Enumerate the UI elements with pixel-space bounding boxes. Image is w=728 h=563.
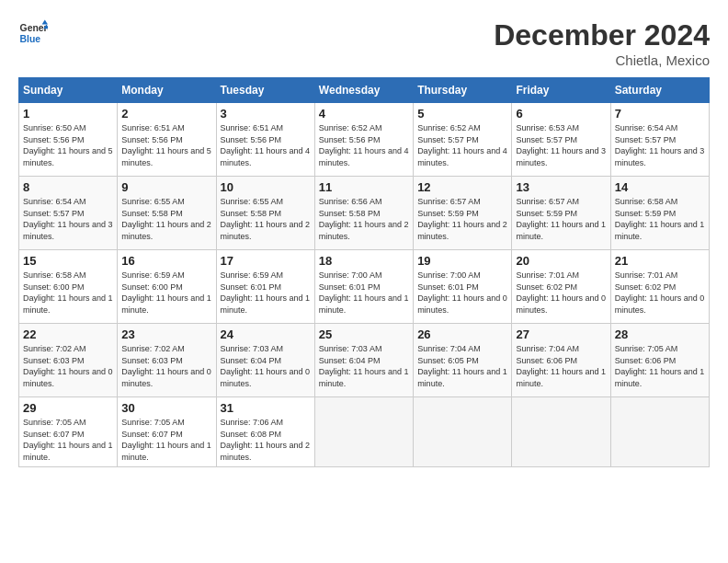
table-row: 24Sunrise: 7:03 AM Sunset: 6:04 PM Dayli… bbox=[216, 324, 314, 397]
day-info: Sunrise: 6:53 AM Sunset: 5:57 PM Dayligh… bbox=[516, 122, 606, 168]
table-row: 30Sunrise: 7:05 AM Sunset: 6:07 PM Dayli… bbox=[118, 397, 216, 467]
table-row: 20Sunrise: 7:01 AM Sunset: 6:02 PM Dayli… bbox=[512, 250, 610, 324]
day-info: Sunrise: 6:55 AM Sunset: 5:58 PM Dayligh… bbox=[121, 196, 211, 242]
day-number: 15 bbox=[23, 254, 113, 268]
table-row bbox=[314, 397, 413, 467]
table-row bbox=[610, 397, 709, 467]
table-row: 26Sunrise: 7:04 AM Sunset: 6:05 PM Dayli… bbox=[414, 324, 512, 397]
logo-icon: General Blue bbox=[18, 18, 48, 48]
day-number: 1 bbox=[23, 107, 113, 121]
day-info: Sunrise: 6:55 AM Sunset: 5:58 PM Dayligh… bbox=[221, 196, 311, 242]
table-row: 12Sunrise: 6:57 AM Sunset: 5:59 PM Dayli… bbox=[414, 177, 512, 250]
table-row: 5Sunrise: 6:52 AM Sunset: 5:57 PM Daylig… bbox=[414, 103, 512, 177]
day-number: 10 bbox=[221, 180, 311, 194]
table-row: 17Sunrise: 6:59 AM Sunset: 6:01 PM Dayli… bbox=[216, 250, 314, 324]
day-number: 19 bbox=[417, 254, 507, 268]
table-row: 8Sunrise: 6:54 AM Sunset: 5:57 PM Daylig… bbox=[19, 177, 118, 250]
day-number: 30 bbox=[121, 401, 211, 415]
day-number: 3 bbox=[221, 107, 311, 121]
day-info: Sunrise: 7:05 AM Sunset: 6:07 PM Dayligh… bbox=[23, 417, 113, 463]
table-row: 28Sunrise: 7:05 AM Sunset: 6:06 PM Dayli… bbox=[610, 324, 709, 397]
day-info: Sunrise: 7:04 AM Sunset: 6:05 PM Dayligh… bbox=[417, 343, 507, 389]
day-number: 6 bbox=[516, 107, 606, 121]
day-number: 20 bbox=[516, 254, 606, 268]
day-info: Sunrise: 7:05 AM Sunset: 6:06 PM Dayligh… bbox=[615, 343, 705, 389]
table-row: 22Sunrise: 7:02 AM Sunset: 6:03 PM Dayli… bbox=[19, 324, 118, 397]
day-info: Sunrise: 6:58 AM Sunset: 6:00 PM Dayligh… bbox=[23, 270, 113, 316]
table-row: 25Sunrise: 7:03 AM Sunset: 6:04 PM Dayli… bbox=[314, 324, 413, 397]
day-info: Sunrise: 6:52 AM Sunset: 5:56 PM Dayligh… bbox=[319, 122, 409, 168]
table-row: 14Sunrise: 6:58 AM Sunset: 5:59 PM Dayli… bbox=[610, 177, 709, 250]
day-info: Sunrise: 7:04 AM Sunset: 6:06 PM Dayligh… bbox=[516, 343, 606, 389]
page-header: General Blue December 2024 Chietla, Mexi… bbox=[18, 18, 710, 68]
table-row: 19Sunrise: 7:00 AM Sunset: 6:01 PM Dayli… bbox=[414, 250, 512, 324]
day-number: 12 bbox=[417, 180, 507, 194]
day-number: 7 bbox=[615, 107, 705, 121]
day-info: Sunrise: 7:00 AM Sunset: 6:01 PM Dayligh… bbox=[319, 270, 409, 316]
day-info: Sunrise: 7:05 AM Sunset: 6:07 PM Dayligh… bbox=[121, 417, 211, 463]
day-number: 11 bbox=[319, 180, 409, 194]
title-section: December 2024 Chietla, Mexico bbox=[494, 18, 710, 68]
calendar-table: Sunday Monday Tuesday Wednesday Thursday… bbox=[18, 77, 710, 467]
table-row: 29Sunrise: 7:05 AM Sunset: 6:07 PM Dayli… bbox=[19, 397, 118, 467]
table-row: 15Sunrise: 6:58 AM Sunset: 6:00 PM Dayli… bbox=[19, 250, 118, 324]
table-row bbox=[512, 397, 610, 467]
calendar-subtitle: Chietla, Mexico bbox=[494, 52, 710, 68]
svg-marker-2 bbox=[42, 20, 48, 25]
day-info: Sunrise: 6:59 AM Sunset: 6:01 PM Dayligh… bbox=[221, 270, 311, 316]
day-info: Sunrise: 6:50 AM Sunset: 5:56 PM Dayligh… bbox=[23, 122, 113, 168]
table-row: 10Sunrise: 6:55 AM Sunset: 5:58 PM Dayli… bbox=[216, 177, 314, 250]
day-info: Sunrise: 6:51 AM Sunset: 5:56 PM Dayligh… bbox=[121, 122, 211, 168]
table-row: 18Sunrise: 7:00 AM Sunset: 6:01 PM Dayli… bbox=[314, 250, 413, 324]
day-info: Sunrise: 7:03 AM Sunset: 6:04 PM Dayligh… bbox=[319, 343, 409, 389]
table-row: 31Sunrise: 7:06 AM Sunset: 6:08 PM Dayli… bbox=[216, 397, 314, 467]
table-row: 21Sunrise: 7:01 AM Sunset: 6:02 PM Dayli… bbox=[610, 250, 709, 324]
day-number: 2 bbox=[121, 107, 211, 121]
day-number: 16 bbox=[121, 254, 211, 268]
day-number: 25 bbox=[319, 327, 409, 341]
table-row: 4Sunrise: 6:52 AM Sunset: 5:56 PM Daylig… bbox=[314, 103, 413, 177]
day-number: 9 bbox=[121, 180, 211, 194]
day-info: Sunrise: 6:51 AM Sunset: 5:56 PM Dayligh… bbox=[221, 122, 311, 168]
table-row: 16Sunrise: 6:59 AM Sunset: 6:00 PM Dayli… bbox=[118, 250, 216, 324]
day-info: Sunrise: 6:58 AM Sunset: 5:59 PM Dayligh… bbox=[615, 196, 705, 242]
table-row: 3Sunrise: 6:51 AM Sunset: 5:56 PM Daylig… bbox=[216, 103, 314, 177]
logo: General Blue bbox=[18, 18, 48, 48]
col-thursday: Thursday bbox=[414, 78, 512, 103]
table-row: 23Sunrise: 7:02 AM Sunset: 6:03 PM Dayli… bbox=[118, 324, 216, 397]
day-number: 31 bbox=[221, 401, 311, 415]
day-number: 26 bbox=[417, 327, 507, 341]
day-number: 29 bbox=[23, 401, 113, 415]
day-info: Sunrise: 7:06 AM Sunset: 6:08 PM Dayligh… bbox=[221, 417, 311, 463]
day-info: Sunrise: 6:54 AM Sunset: 5:57 PM Dayligh… bbox=[615, 122, 705, 168]
table-row: 7Sunrise: 6:54 AM Sunset: 5:57 PM Daylig… bbox=[610, 103, 709, 177]
col-tuesday: Tuesday bbox=[216, 78, 314, 103]
day-info: Sunrise: 7:03 AM Sunset: 6:04 PM Dayligh… bbox=[221, 343, 311, 389]
day-info: Sunrise: 7:02 AM Sunset: 6:03 PM Dayligh… bbox=[121, 343, 211, 389]
day-number: 21 bbox=[615, 254, 705, 268]
day-info: Sunrise: 7:01 AM Sunset: 6:02 PM Dayligh… bbox=[615, 270, 705, 316]
day-number: 24 bbox=[221, 327, 311, 341]
day-number: 23 bbox=[121, 327, 211, 341]
calendar-week-4: 22Sunrise: 7:02 AM Sunset: 6:03 PM Dayli… bbox=[19, 324, 710, 397]
day-number: 13 bbox=[516, 180, 606, 194]
table-row: 2Sunrise: 6:51 AM Sunset: 5:56 PM Daylig… bbox=[118, 103, 216, 177]
day-number: 8 bbox=[23, 180, 113, 194]
col-monday: Monday bbox=[118, 78, 216, 103]
day-number: 22 bbox=[23, 327, 113, 341]
day-info: Sunrise: 6:57 AM Sunset: 5:59 PM Dayligh… bbox=[516, 196, 606, 242]
calendar-week-3: 15Sunrise: 6:58 AM Sunset: 6:00 PM Dayli… bbox=[19, 250, 710, 324]
table-row: 1Sunrise: 6:50 AM Sunset: 5:56 PM Daylig… bbox=[19, 103, 118, 177]
table-row: 13Sunrise: 6:57 AM Sunset: 5:59 PM Dayli… bbox=[512, 177, 610, 250]
day-info: Sunrise: 6:57 AM Sunset: 5:59 PM Dayligh… bbox=[417, 196, 507, 242]
table-row: 11Sunrise: 6:56 AM Sunset: 5:58 PM Dayli… bbox=[314, 177, 413, 250]
day-number: 28 bbox=[615, 327, 705, 341]
day-info: Sunrise: 7:01 AM Sunset: 6:02 PM Dayligh… bbox=[516, 270, 606, 316]
table-row bbox=[414, 397, 512, 467]
table-row: 9Sunrise: 6:55 AM Sunset: 5:58 PM Daylig… bbox=[118, 177, 216, 250]
col-saturday: Saturday bbox=[610, 78, 709, 103]
day-number: 27 bbox=[516, 327, 606, 341]
svg-text:Blue: Blue bbox=[20, 34, 41, 44]
day-number: 5 bbox=[417, 107, 507, 121]
col-wednesday: Wednesday bbox=[314, 78, 413, 103]
